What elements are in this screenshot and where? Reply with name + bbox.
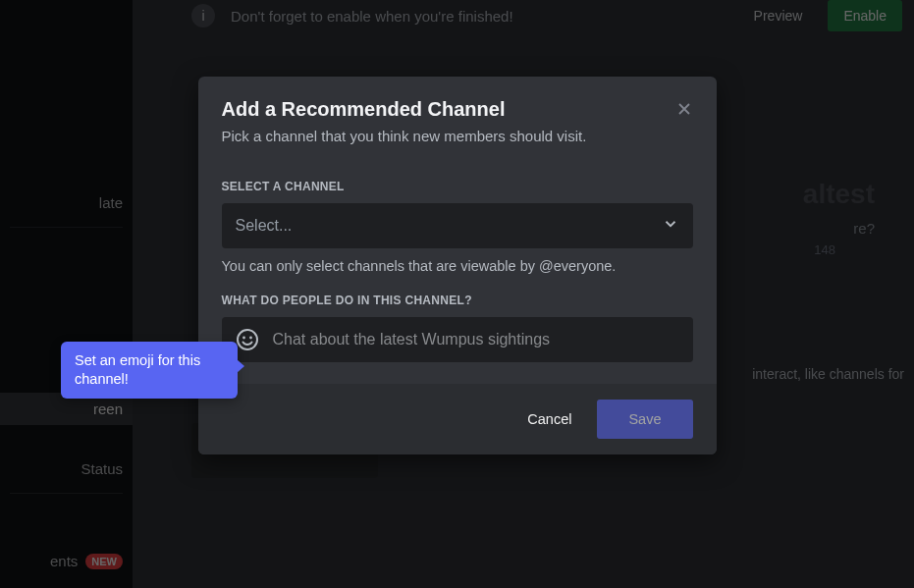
svg-point-1	[242, 337, 245, 340]
chevron-down-icon	[662, 215, 679, 237]
description-label: What do people do in this channel?	[222, 294, 693, 307]
modal-footer: Cancel Save	[198, 384, 717, 454]
svg-point-0	[238, 330, 257, 349]
cancel-button[interactable]: Cancel	[521, 401, 577, 437]
select-help-text: You can only select channels that are vi…	[222, 258, 693, 274]
svg-point-2	[249, 337, 252, 340]
tooltip-text: Set an emoji for this channel!	[75, 352, 200, 387]
modal-body: Select a Channel Select... You can only …	[198, 160, 717, 384]
channel-description-input[interactable]	[273, 323, 683, 356]
modal-title: Add a Recommended Channel	[222, 98, 693, 121]
modal-backdrop[interactable]: Add a Recommended Channel Pick a channel…	[0, 0, 914, 588]
description-row	[222, 317, 693, 362]
close-icon[interactable]	[672, 96, 697, 122]
select-channel-label: Select a Channel	[222, 180, 693, 193]
select-placeholder: Select...	[236, 217, 293, 235]
channel-select[interactable]: Select...	[222, 203, 693, 248]
save-button[interactable]: Save	[597, 400, 692, 439]
modal-subtitle: Pick a channel that you think new member…	[222, 127, 693, 146]
modal-header: Add a Recommended Channel Pick a channel…	[198, 77, 717, 160]
add-recommended-channel-modal: Add a Recommended Channel Pick a channel…	[198, 77, 717, 454]
emoji-tooltip: Set an emoji for this channel!	[61, 342, 238, 399]
